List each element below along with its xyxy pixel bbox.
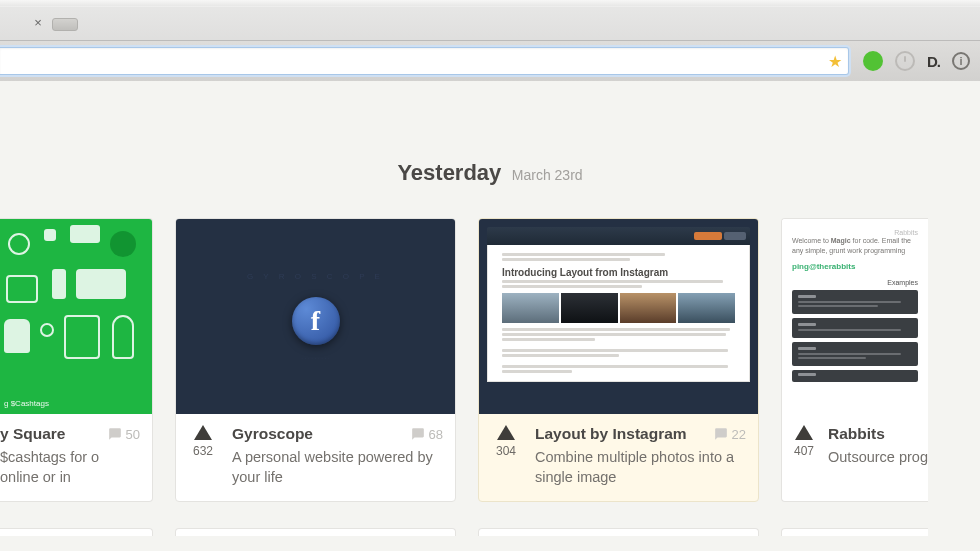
comment-number: 50 [126,427,140,442]
product-description: Combine multiple photos into a single im… [535,447,746,487]
upvote-button[interactable] [497,425,515,440]
tab-bar: × [0,7,980,40]
bookmark-star-icon[interactable]: ★ [828,52,842,71]
vote-count: 407 [794,444,814,458]
upvote-button[interactable] [194,425,212,440]
product-name: y Square [0,425,65,443]
product-card[interactable]: Introducing Layout from Instagram [478,218,759,502]
extension-d-icon[interactable]: D. [927,53,940,70]
new-tab-button[interactable] [52,18,78,31]
product-card-peek[interactable] [175,528,456,536]
page-content: nt oducts, every day Yesterday March 23r… [0,160,980,536]
thumbnail-email: ping@therabbits [792,262,918,271]
section-heading: Yesterday March 23rd [0,160,980,186]
comment-icon [714,427,728,441]
thumbnail-text: G Y R O S C O P E [247,272,384,281]
product-name: Rabbits [828,425,885,443]
browser-chrome: × ★ D. i [0,0,980,81]
product-thumbnail: Introducing Layout from Instagram [479,219,758,414]
product-meta: 304 Layout by Instagram 22 Combine multi… [479,414,758,501]
product-card[interactable]: G Y R O S C O P E f · · · · · · · · · 63… [175,218,456,502]
thumbnail-examples-label: Examples [792,279,918,286]
product-card-peek[interactable] [478,528,759,536]
product-description: Outsource prog as simple as ser [828,447,928,467]
product-cards-row: g $Cashtags y Square 50 $cashtags for o … [0,218,980,502]
extension-power-icon[interactable] [895,51,915,71]
tab-close-button[interactable]: × [31,15,45,29]
address-bar[interactable]: ★ [0,47,849,75]
product-meta: 407 Rabbits Outsource prog as simple as … [782,414,928,481]
toolbar: ★ D. i [0,40,980,81]
extension-icons: D. i [849,51,970,71]
section-label: Yesterday [397,160,501,185]
chrome-top-strip [0,0,980,7]
next-row-peek [0,528,980,536]
product-thumbnail: Rabbits Welcome to Magic for code. Email… [782,219,928,414]
comment-number: 22 [732,427,746,442]
comment-count[interactable]: 22 [714,427,746,442]
product-thumbnail: G Y R O S C O P E f · · · · · · · · · [176,219,455,414]
product-card-peek[interactable] [781,528,928,536]
extension-info-icon[interactable]: i [952,52,970,70]
thumbnail-subtext: · · · · · · · · · [301,355,329,361]
product-meta: y Square 50 $cashtags for o online or in [0,414,152,501]
thumbnail-caption: g $Cashtags [4,399,49,408]
product-name: Layout by Instagram [535,425,687,443]
section-date: March 23rd [512,167,583,183]
facebook-login-icon: f [292,297,340,345]
extension-green-dot-icon[interactable] [863,51,883,71]
product-card[interactable]: Rabbits Welcome to Magic for code. Email… [781,218,928,502]
product-meta: 632 Gyroscope 68 A personal website powe… [176,414,455,501]
comment-count[interactable]: 68 [411,427,443,442]
vote-count: 304 [496,444,516,458]
product-thumbnail: g $Cashtags [0,219,152,414]
upvote-button[interactable] [795,425,813,440]
comment-icon [411,427,425,441]
thumbnail-title: Introducing Layout from Instagram [502,267,735,278]
product-card[interactable]: g $Cashtags y Square 50 $cashtags for o … [0,218,153,502]
product-card-peek[interactable] [0,528,153,536]
comment-count[interactable]: 50 [108,427,140,442]
comment-number: 68 [429,427,443,442]
product-name: Gyroscope [232,425,313,443]
vote-count: 632 [193,444,213,458]
product-description: $cashtags for o online or in [0,447,140,487]
comment-icon [108,427,122,441]
product-description: A personal website powered by your life [232,447,443,487]
